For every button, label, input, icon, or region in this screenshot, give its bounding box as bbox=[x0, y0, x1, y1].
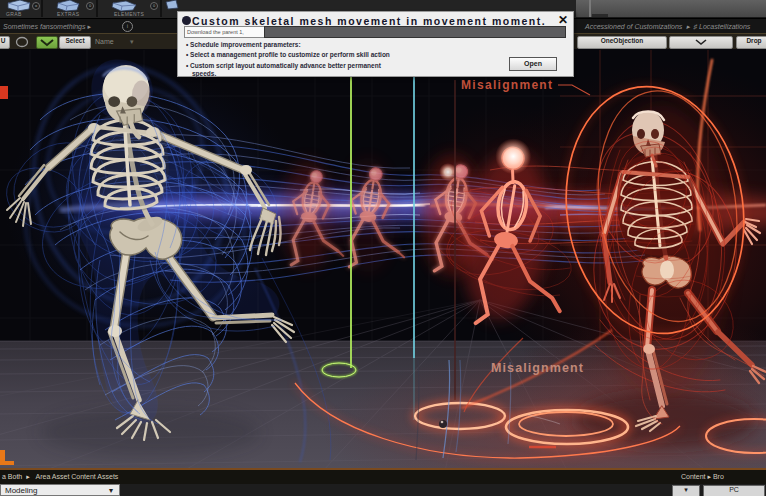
svg-text:Misalignment: Misalignment bbox=[491, 361, 584, 375]
svg-text:Misalignment: Misalignment bbox=[461, 78, 553, 92]
